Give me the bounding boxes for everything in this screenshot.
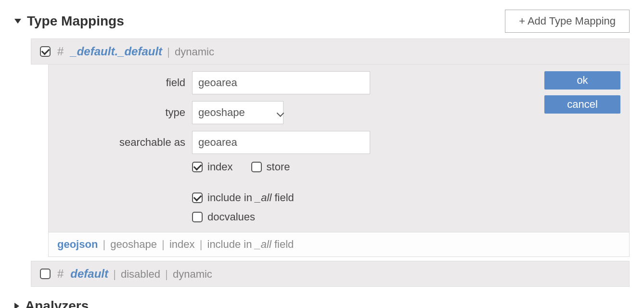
searchable-as-input[interactable] (192, 131, 370, 154)
include-in-all-label: include in _all field (207, 192, 294, 204)
field-editor-panel: ok cancel field type geoshape searchable… (48, 64, 630, 232)
docvalues-checkbox[interactable] (192, 212, 203, 222)
field-name-input[interactable] (192, 71, 370, 94)
hash-icon: # (57, 267, 64, 281)
caret-down-icon (14, 19, 21, 24)
field-label: field (57, 77, 192, 89)
ok-button[interactable]: ok (544, 71, 620, 90)
field-summary-include-in-all: include in _all field (207, 238, 294, 250)
hash-icon: # (57, 45, 64, 58)
separator: | (167, 46, 170, 58)
index-checkbox[interactable] (192, 162, 203, 172)
add-type-mapping-button[interactable]: + Add Type Mapping (505, 10, 630, 33)
mapping-tag: disabled (121, 268, 160, 280)
index-checkbox-label: index (207, 161, 233, 173)
section-title-analyzers: Analyzers (25, 298, 89, 308)
include-in-all-checkbox[interactable] (192, 192, 203, 203)
field-summary-tag: geoshape (110, 238, 157, 250)
cancel-button[interactable]: cancel (544, 95, 620, 114)
mapping-header-default-default[interactable]: # _default._default | dynamic (31, 38, 630, 64)
mapping-name: _default._default (70, 45, 162, 58)
mapping-enabled-checkbox[interactable] (40, 269, 51, 279)
analyzers-toggle[interactable]: Analyzers (14, 298, 630, 308)
caret-right-icon (14, 303, 19, 308)
mapping-tag-dynamic: dynamic (175, 46, 214, 58)
mapping-name: default (70, 267, 108, 280)
section-title-type-mappings: Type Mappings (27, 13, 124, 29)
searchable-as-label: searchable as (57, 136, 192, 149)
type-label: type (57, 106, 192, 119)
type-mappings-toggle[interactable]: Type Mappings (14, 13, 124, 29)
store-checkbox[interactable] (251, 162, 262, 172)
type-select[interactable]: geoshape (192, 101, 283, 124)
field-summary-geojson[interactable]: geojson | geoshape | index | include in … (48, 232, 630, 257)
mapping-tag: dynamic (173, 268, 212, 280)
mapping-enabled-checkbox[interactable] (40, 46, 51, 57)
mapping-header-default[interactable]: # default | disabled | dynamic (31, 261, 630, 287)
docvalues-checkbox-label: docvalues (207, 211, 255, 223)
field-summary-name: geojson (57, 238, 98, 250)
store-checkbox-label: store (267, 161, 290, 173)
field-summary-tag: index (169, 238, 195, 250)
